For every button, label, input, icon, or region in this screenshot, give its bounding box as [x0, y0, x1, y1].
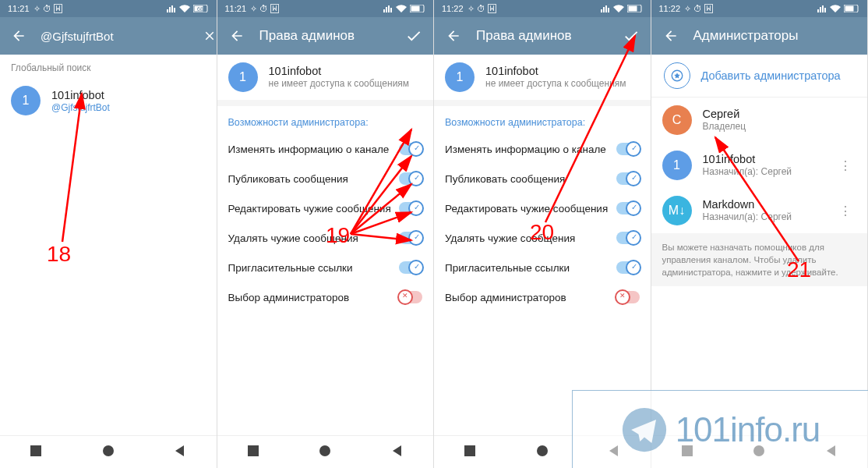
permission-row[interactable]: Изменять информацию о канале	[434, 134, 651, 164]
permission-row[interactable]: Изменять информацию о канале	[217, 134, 434, 164]
svg-point-4	[103, 445, 114, 456]
admin-name: Сергей	[703, 107, 857, 121]
nav-back-icon[interactable]	[607, 444, 621, 461]
bot-info: 1 101infobot не имеет доступа к сообщени…	[434, 55, 651, 100]
bot-access: не имеет доступа к сообщениям	[269, 78, 423, 90]
permission-toggle[interactable]	[616, 172, 640, 185]
nav-home-icon[interactable]	[101, 444, 115, 461]
android-nav	[217, 435, 434, 468]
permission-label: Удалять чужие сообщения	[445, 232, 575, 244]
permission-toggle[interactable]	[616, 202, 640, 214]
permission-toggle[interactable]	[616, 143, 640, 155]
more-icon[interactable]: ⋮	[834, 158, 856, 173]
nav-recent-icon[interactable]	[680, 444, 694, 461]
search-result-item[interactable]: 1 101infobot @GjfstujfrtBot	[0, 78, 217, 123]
svg-rect-10	[628, 6, 637, 12]
permission-row[interactable]: Редактировать чужие сообщения	[434, 193, 651, 223]
phone-screen-1: 11:21✧ ⏱ 🅆 68 Глобальный поиск 1 101info…	[0, 0, 217, 468]
confirm-icon[interactable]	[405, 27, 422, 44]
permission-label: Редактировать чужие сообщения	[445, 203, 608, 214]
clear-icon[interactable]	[203, 27, 217, 44]
header-title: Права админов	[476, 28, 609, 44]
permission-label: Публиковать сообщения	[445, 173, 565, 185]
permission-toggle[interactable]	[616, 232, 640, 244]
android-nav	[434, 435, 651, 468]
permission-row[interactable]: Выбор администраторов	[217, 282, 434, 312]
status-bar: 11:21✧ ⏱ 🅆 68	[0, 0, 217, 17]
permission-toggle[interactable]	[399, 172, 422, 185]
svg-rect-11	[464, 445, 475, 456]
svg-rect-16	[682, 445, 693, 456]
permission-row[interactable]: Выбор администраторов	[434, 282, 651, 312]
back-icon[interactable]	[445, 27, 462, 44]
permission-row[interactable]: Пригласительные ссылки	[217, 253, 434, 282]
back-icon[interactable]	[662, 27, 679, 44]
section-global-search: Глобальный поиск	[0, 55, 217, 78]
permission-toggle[interactable]	[399, 202, 422, 214]
permission-label: Удалять чужие сообщения	[228, 232, 358, 244]
avatar: С	[662, 105, 692, 135]
permission-row[interactable]: Удалять чужие сообщения	[434, 223, 651, 253]
nav-back-icon[interactable]	[824, 444, 838, 461]
permission-label: Изменять информацию о канале	[445, 144, 606, 155]
status-icons-left: ✧ ⏱ 🅆	[250, 4, 279, 14]
add-admin-label: Добавить администратора	[701, 69, 857, 83]
phone-screen-3: 11:22✧ ⏱ 🅆 Права админов 1 101infobot не…	[434, 0, 651, 468]
admin-name: 101infobot	[703, 152, 824, 166]
admin-hint: Вы можете назначать помощников для управ…	[651, 233, 868, 286]
bot-info: 1 101infobot не имеет доступа к сообщени…	[217, 55, 434, 100]
nav-recent-icon[interactable]	[463, 444, 477, 461]
permission-toggle[interactable]	[399, 261, 422, 274]
admin-row[interactable]: M↓MarkdownНазначил(а): Сергей⋮	[651, 188, 868, 233]
permission-toggle[interactable]	[616, 291, 640, 303]
back-icon[interactable]	[11, 27, 26, 44]
nav-home-icon[interactable]	[318, 444, 332, 461]
more-icon[interactable]: ⋮	[834, 204, 856, 218]
svg-point-8	[319, 445, 330, 456]
status-time: 11:22	[442, 4, 464, 13]
admin-row[interactable]: ССергейВладелец	[651, 98, 868, 143]
admin-row[interactable]: 1101infobotНазначил(а): Сергей⋮	[651, 143, 868, 188]
permission-row[interactable]: Публиковать сообщения	[434, 164, 651, 193]
permission-toggle[interactable]	[616, 261, 640, 274]
permission-toggle[interactable]	[399, 143, 422, 155]
permission-toggle[interactable]	[399, 232, 422, 244]
permissions-section: Возможности администратора:	[217, 106, 434, 134]
svg-rect-6	[411, 6, 420, 12]
permission-row[interactable]: Пригласительные ссылки	[434, 253, 651, 282]
avatar: M↓	[662, 196, 692, 225]
permission-row[interactable]: Публиковать сообщения	[217, 164, 434, 193]
permission-toggle[interactable]	[399, 291, 422, 303]
permission-row[interactable]: Редактировать чужие сообщения	[217, 193, 434, 223]
permissions-section: Возможности администратора:	[434, 106, 651, 134]
search-header	[0, 17, 217, 55]
svg-rect-3	[30, 445, 41, 456]
svg-rect-14	[845, 6, 854, 12]
add-admin-button[interactable]: Добавить администратора	[651, 55, 868, 97]
svg-point-12	[537, 445, 548, 456]
status-icons-right	[383, 5, 425, 12]
android-nav	[0, 435, 217, 468]
confirm-icon[interactable]	[623, 27, 640, 44]
back-icon[interactable]	[228, 27, 245, 44]
nav-home-icon[interactable]	[752, 444, 766, 461]
result-title: 101infobot	[51, 88, 206, 102]
nav-recent-icon[interactable]	[246, 444, 260, 461]
nav-back-icon[interactable]	[390, 444, 404, 461]
permission-label: Пригласительные ссылки	[228, 262, 353, 274]
bot-access: не имеет доступа к сообщениям	[485, 78, 640, 90]
status-icons-left: ✧ ⏱ 🅆	[468, 4, 496, 14]
status-icons-left: ✧ ⏱ 🅆	[684, 4, 713, 14]
result-handle: @GjfstujfrtBot	[51, 102, 206, 113]
status-bar: 11:22✧ ⏱ 🅆	[651, 0, 868, 17]
permission-label: Выбор администраторов	[445, 292, 566, 303]
nav-back-icon[interactable]	[173, 444, 187, 461]
avatar: 1	[662, 151, 692, 180]
avatar: 1	[11, 86, 41, 115]
permission-row[interactable]: Удалять чужие сообщения	[217, 223, 434, 253]
nav-home-icon[interactable]	[535, 444, 549, 461]
nav-recent-icon[interactable]	[29, 444, 43, 461]
phone-screen-4: 11:22✧ ⏱ 🅆 Администраторы Добавить админ…	[651, 0, 869, 468]
search-input[interactable]	[41, 30, 189, 43]
admin-rights-header: Права админов	[217, 17, 434, 55]
